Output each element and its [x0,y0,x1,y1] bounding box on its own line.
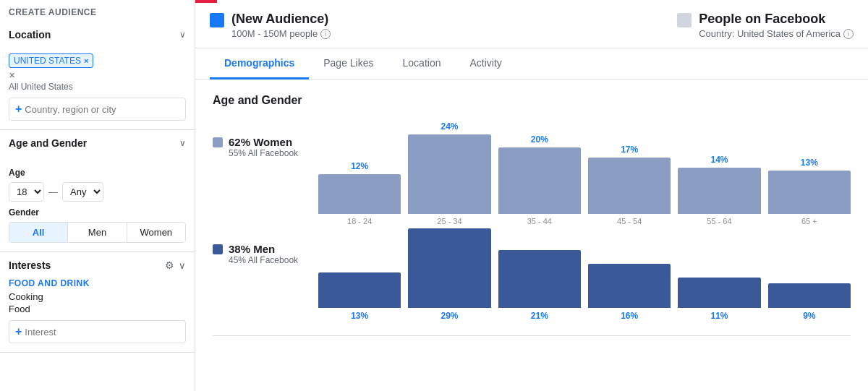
women-bar [678,168,760,214]
women-bar-label: 35 - 44 [527,217,552,225]
location-title: Location [9,29,51,40]
age-gender-title: Age and Gender [9,137,87,149]
women-row: 62% Women 55% All Facebook 12% 18 - 24 2… [213,121,851,225]
facebook-details: People on Facebook Country: United State… [699,12,854,39]
women-bar-group: 13% 65 + [768,158,851,225]
women-bar-label: 65 + [801,217,817,225]
men-bar [678,278,760,308]
audience-name: (New Audience) [231,12,331,27]
audience-header: (New Audience) 100M - 150M people i Peop… [195,3,868,48]
women-bar [588,158,671,214]
location-tag-remove[interactable]: × [84,56,88,65]
age-row: 18212535455565 — Any243444546465+ [9,182,186,202]
chart-area: Age and Gender 62% Women 55% All Faceboo… [195,80,868,335]
sidebar: Create Audience Location ∨ UNITED STATES… [0,0,195,391]
interest-item-food: Food [9,304,186,314]
men-row: 38% Men 45% All Facebook 13% 29% 21% 16%… [213,228,851,321]
interests-chevron-icon: ∨ [179,260,186,271]
gender-women-button[interactable]: Women [127,223,185,242]
gender-buttons: All Men Women [9,222,186,243]
audience-info-icon[interactable]: i [320,29,331,39]
location-section: Location ∨ UNITED STATES × ✕ All United … [0,22,195,130]
location-section-toggle[interactable]: Location ∨ [0,22,195,48]
tab-activity[interactable]: Activity [455,48,516,80]
men-bar-group: 13% [318,272,401,321]
women-pct: 62% Women [229,136,298,148]
interests-section: Interests ⚙ ∨ FOOD AND DRINK Cooking Foo… [0,252,195,353]
women-fb-pct: 55% All Facebook [229,148,298,158]
women-bar-group: 14% 55 - 64 [678,155,760,225]
women-text: 62% Women 55% All Facebook [229,136,298,158]
location-tag[interactable]: UNITED STATES × [9,53,93,68]
main-content: (New Audience) 100M - 150M people i Peop… [195,0,868,391]
women-bar [768,171,851,214]
gender-all-button[interactable]: All [9,223,68,242]
age-gender-section: Age and Gender ∨ Age 18212535455565 — An… [0,130,195,252]
women-bar-label: 55 - 64 [707,217,731,225]
chart-title: Age and Gender [213,94,851,107]
age-label: Age [9,168,186,178]
tab-location[interactable]: Location [388,48,456,80]
interest-item-cooking: Cooking [9,291,186,302]
age-max-select[interactable]: Any243444546465+ [62,182,103,202]
men-pct: 38% Men [229,243,298,255]
women-bar [408,134,490,214]
audience-icon [210,13,224,27]
women-bar-group: 17% 45 - 54 [588,145,671,225]
plus-icon: + [15,103,22,116]
facebook-info: People on Facebook Country: United State… [677,12,854,39]
men-bar-pct: 11% [710,311,728,321]
men-label-col: 38% Men 45% All Facebook [213,228,307,265]
women-bar [498,147,581,214]
location-input[interactable] [25,104,179,115]
men-bar-pct: 16% [621,311,638,321]
gender-label: Gender [9,207,186,218]
gear-icon[interactable]: ⚙ [165,259,174,271]
age-dash: — [48,186,58,197]
women-bar-pct: 17% [621,145,638,155]
interests-content: FOOD AND DRINK Cooking Food + [0,278,195,352]
interests-title: Interests [9,259,51,271]
men-bar-pct: 29% [441,311,458,321]
women-bar-group: 20% 35 - 44 [498,134,581,225]
women-bar-pct: 12% [351,161,368,171]
men-bar [768,283,851,308]
location-tag-label: UNITED STATES [14,56,81,66]
age-gender-chevron-icon: ∨ [179,138,186,148]
audience-info: (New Audience) 100M - 150M people i [210,12,331,39]
facebook-info-icon[interactable]: i [843,29,854,39]
men-bar [318,272,401,308]
men-bar-pct: 13% [351,311,368,321]
women-bar-group: 12% 18 - 24 [318,161,401,225]
gender-men-button[interactable]: Men [68,223,127,242]
tabs: Demographics Page Likes Location Activit… [195,48,868,80]
men-bar [498,250,581,308]
location-chevron-icon: ∨ [179,30,186,40]
interest-plus-icon: + [15,325,22,338]
women-bar-pct: 13% [801,158,818,168]
location-input-container[interactable]: + [9,98,186,121]
age-min-select[interactable]: 18212535455565 [9,182,44,202]
tab-demographics[interactable]: Demographics [210,48,309,80]
men-bar-group: 16% [588,264,671,321]
men-fb-pct: 45% All Facebook [229,255,298,265]
interests-section-toggle[interactable]: Interests ⚙ ∨ [0,252,195,278]
interest-input-container[interactable]: + [9,320,186,343]
women-bars: 12% 18 - 24 24% 25 - 34 20% 35 - 44 17% … [318,121,851,225]
facebook-icon [677,13,692,27]
location-sub-label: All United States [9,82,186,92]
men-bar-group: 21% [498,250,581,321]
women-bar-pct: 14% [710,155,728,165]
women-bar-label: 25 - 34 [437,217,461,225]
interest-input[interactable] [25,327,179,338]
tab-page-likes[interactable]: Page Likes [309,48,388,80]
men-bar-pct: 21% [531,311,548,321]
remove-icon[interactable]: ✕ [9,71,186,80]
men-text: 38% Men 45% All Facebook [229,243,298,265]
men-bars: 13% 29% 21% 16% 11% 9% [318,228,851,321]
age-gender-section-toggle[interactable]: Age and Gender ∨ [0,130,195,156]
interest-category: FOOD AND DRINK [9,278,186,288]
men-dot-icon [213,244,223,254]
audience-count: 100M - 150M people i [231,28,331,39]
women-dot-icon [213,137,223,147]
